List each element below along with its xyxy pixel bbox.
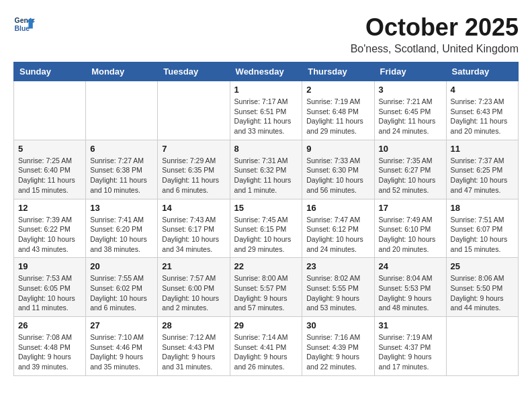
day-info: Sunrise: 7:35 AM Sunset: 6:27 PM Dayligh… xyxy=(379,156,442,195)
day-number: 1 xyxy=(234,85,298,95)
day-number: 4 xyxy=(451,85,514,95)
day-number: 15 xyxy=(234,203,298,213)
calendar-cell: 9Sunrise: 7:33 AM Sunset: 6:30 PM Daylig… xyxy=(302,140,374,199)
day-number: 14 xyxy=(162,203,225,213)
day-number: 18 xyxy=(451,203,514,213)
weekday-header-tuesday: Tuesday xyxy=(158,62,230,81)
day-info: Sunrise: 7:45 AM Sunset: 6:15 PM Dayligh… xyxy=(234,215,298,255)
day-info: Sunrise: 7:33 AM Sunset: 6:30 PM Dayligh… xyxy=(306,156,369,195)
day-number: 24 xyxy=(379,261,442,271)
day-info: Sunrise: 7:57 AM Sunset: 6:00 PM Dayligh… xyxy=(162,273,225,313)
day-info: Sunrise: 7:10 AM Sunset: 4:46 PM Dayligh… xyxy=(90,332,153,372)
day-number: 30 xyxy=(306,320,369,330)
day-number: 31 xyxy=(379,320,442,330)
svg-text:Blue: Blue xyxy=(15,25,30,32)
day-number: 28 xyxy=(162,320,225,330)
calendar-cell xyxy=(86,81,158,140)
calendar-cell xyxy=(158,81,230,140)
calendar-cell: 11Sunrise: 7:37 AM Sunset: 6:25 PM Dayli… xyxy=(446,140,518,199)
day-info: Sunrise: 7:53 AM Sunset: 6:05 PM Dayligh… xyxy=(18,273,81,313)
calendar-cell: 24Sunrise: 8:04 AM Sunset: 5:53 PM Dayli… xyxy=(374,258,446,317)
day-number: 26 xyxy=(18,320,81,330)
weekday-header-friday: Friday xyxy=(374,62,446,81)
day-number: 2 xyxy=(306,85,369,95)
day-info: Sunrise: 7:43 AM Sunset: 6:17 PM Dayligh… xyxy=(162,215,225,255)
calendar-cell: 23Sunrise: 8:02 AM Sunset: 5:55 PM Dayli… xyxy=(302,258,374,317)
day-number: 23 xyxy=(306,261,369,271)
weekday-header-row: SundayMondayTuesdayWednesdayThursdayFrid… xyxy=(14,62,519,81)
calendar-cell: 25Sunrise: 8:06 AM Sunset: 5:50 PM Dayli… xyxy=(446,258,518,317)
logo: General Blue xyxy=(13,13,35,35)
calendar-table: SundayMondayTuesdayWednesdayThursdayFrid… xyxy=(13,62,519,376)
calendar-cell: 26Sunrise: 7:08 AM Sunset: 4:48 PM Dayli… xyxy=(14,317,86,376)
weekday-header-wednesday: Wednesday xyxy=(230,62,302,81)
calendar-cell: 12Sunrise: 7:39 AM Sunset: 6:22 PM Dayli… xyxy=(14,199,86,258)
calendar-cell: 4Sunrise: 7:23 AM Sunset: 6:43 PM Daylig… xyxy=(446,81,518,140)
day-info: Sunrise: 7:08 AM Sunset: 4:48 PM Dayligh… xyxy=(18,332,81,372)
calendar-cell: 27Sunrise: 7:10 AM Sunset: 4:46 PM Dayli… xyxy=(86,317,158,376)
logo-icon: General Blue xyxy=(13,13,35,35)
location-subtitle: Bo'ness, Scotland, United Kingdom xyxy=(351,43,519,55)
calendar-cell: 14Sunrise: 7:43 AM Sunset: 6:17 PM Dayli… xyxy=(158,199,230,258)
calendar-week-row: 12Sunrise: 7:39 AM Sunset: 6:22 PM Dayli… xyxy=(14,199,519,258)
day-number: 21 xyxy=(162,261,225,271)
day-number: 5 xyxy=(18,144,81,154)
day-info: Sunrise: 8:02 AM Sunset: 5:55 PM Dayligh… xyxy=(306,273,369,313)
calendar-cell: 30Sunrise: 7:16 AM Sunset: 4:39 PM Dayli… xyxy=(302,317,374,376)
calendar-week-row: 26Sunrise: 7:08 AM Sunset: 4:48 PM Dayli… xyxy=(14,317,519,376)
day-info: Sunrise: 7:29 AM Sunset: 6:35 PM Dayligh… xyxy=(162,156,225,195)
weekday-header-sunday: Sunday xyxy=(14,62,86,81)
calendar-cell: 13Sunrise: 7:41 AM Sunset: 6:20 PM Dayli… xyxy=(86,199,158,258)
calendar-week-row: 5Sunrise: 7:25 AM Sunset: 6:40 PM Daylig… xyxy=(14,140,519,199)
page-header: General Blue October 2025 Bo'ness, Scotl… xyxy=(13,13,519,55)
day-number: 16 xyxy=(306,203,369,213)
day-info: Sunrise: 7:14 AM Sunset: 4:41 PM Dayligh… xyxy=(234,332,298,372)
day-number: 10 xyxy=(379,144,442,154)
calendar-cell: 5Sunrise: 7:25 AM Sunset: 6:40 PM Daylig… xyxy=(14,140,86,199)
calendar-cell: 31Sunrise: 7:19 AM Sunset: 4:37 PM Dayli… xyxy=(374,317,446,376)
day-number: 17 xyxy=(379,203,442,213)
day-number: 29 xyxy=(234,320,298,330)
title-area: October 2025 Bo'ness, Scotland, United K… xyxy=(351,13,519,55)
day-info: Sunrise: 7:37 AM Sunset: 6:25 PM Dayligh… xyxy=(451,156,514,195)
calendar-cell: 6Sunrise: 7:27 AM Sunset: 6:38 PM Daylig… xyxy=(86,140,158,199)
day-number: 20 xyxy=(90,261,153,271)
day-info: Sunrise: 7:25 AM Sunset: 6:40 PM Dayligh… xyxy=(18,156,81,195)
calendar-cell: 8Sunrise: 7:31 AM Sunset: 6:32 PM Daylig… xyxy=(230,140,302,199)
calendar-cell: 28Sunrise: 7:12 AM Sunset: 4:43 PM Dayli… xyxy=(158,317,230,376)
day-number: 9 xyxy=(306,144,369,154)
calendar-cell: 2Sunrise: 7:19 AM Sunset: 6:48 PM Daylig… xyxy=(302,81,374,140)
day-info: Sunrise: 8:06 AM Sunset: 5:50 PM Dayligh… xyxy=(451,273,514,313)
day-info: Sunrise: 7:17 AM Sunset: 6:51 PM Dayligh… xyxy=(234,97,298,136)
day-info: Sunrise: 7:39 AM Sunset: 6:22 PM Dayligh… xyxy=(18,215,81,255)
calendar-cell: 1Sunrise: 7:17 AM Sunset: 6:51 PM Daylig… xyxy=(230,81,302,140)
day-number: 13 xyxy=(90,203,153,213)
day-number: 19 xyxy=(18,261,81,271)
day-info: Sunrise: 7:49 AM Sunset: 6:10 PM Dayligh… xyxy=(379,215,442,255)
calendar-cell: 7Sunrise: 7:29 AM Sunset: 6:35 PM Daylig… xyxy=(158,140,230,199)
calendar-cell: 3Sunrise: 7:21 AM Sunset: 6:45 PM Daylig… xyxy=(374,81,446,140)
day-info: Sunrise: 7:21 AM Sunset: 6:45 PM Dayligh… xyxy=(379,97,442,136)
calendar-cell: 29Sunrise: 7:14 AM Sunset: 4:41 PM Dayli… xyxy=(230,317,302,376)
day-number: 12 xyxy=(18,203,81,213)
day-info: Sunrise: 8:00 AM Sunset: 5:57 PM Dayligh… xyxy=(234,273,298,313)
day-number: 8 xyxy=(234,144,298,154)
day-number: 6 xyxy=(90,144,153,154)
day-info: Sunrise: 7:55 AM Sunset: 6:02 PM Dayligh… xyxy=(90,273,153,313)
calendar-cell: 17Sunrise: 7:49 AM Sunset: 6:10 PM Dayli… xyxy=(374,199,446,258)
day-info: Sunrise: 7:16 AM Sunset: 4:39 PM Dayligh… xyxy=(306,332,369,372)
day-number: 25 xyxy=(451,261,514,271)
calendar-cell: 20Sunrise: 7:55 AM Sunset: 6:02 PM Dayli… xyxy=(86,258,158,317)
day-info: Sunrise: 8:04 AM Sunset: 5:53 PM Dayligh… xyxy=(379,273,442,313)
month-year-title: October 2025 xyxy=(351,13,519,42)
calendar-cell: 16Sunrise: 7:47 AM Sunset: 6:12 PM Dayli… xyxy=(302,199,374,258)
calendar-cell: 15Sunrise: 7:45 AM Sunset: 6:15 PM Dayli… xyxy=(230,199,302,258)
day-number: 11 xyxy=(451,144,514,154)
day-info: Sunrise: 7:23 AM Sunset: 6:43 PM Dayligh… xyxy=(451,97,514,136)
day-info: Sunrise: 7:19 AM Sunset: 4:37 PM Dayligh… xyxy=(379,332,442,372)
weekday-header-monday: Monday xyxy=(86,62,158,81)
calendar-week-row: 1Sunrise: 7:17 AM Sunset: 6:51 PM Daylig… xyxy=(14,81,519,140)
day-info: Sunrise: 7:12 AM Sunset: 4:43 PM Dayligh… xyxy=(162,332,225,372)
day-info: Sunrise: 7:41 AM Sunset: 6:20 PM Dayligh… xyxy=(90,215,153,255)
weekday-header-thursday: Thursday xyxy=(302,62,374,81)
